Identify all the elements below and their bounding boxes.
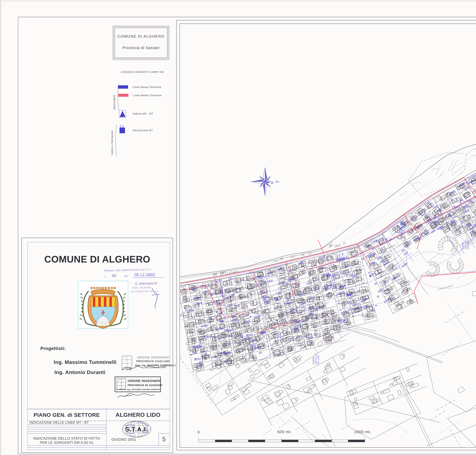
svg-text:CUGUTTU: CUGUTTU <box>464 239 467 249</box>
svg-text:PIANO GEN. di SETTORE: PIANO GEN. di SETTORE <box>33 412 100 418</box>
svg-text:ORDINE INGEGNERI: ORDINE INGEGNERI <box>137 356 170 359</box>
svg-text:Progettisti:: Progettisti: <box>40 346 66 351</box>
svg-text:DSP.CIV.LE: DSP.CIV.LE <box>315 353 317 364</box>
svg-text:RIO: RIO <box>277 335 279 339</box>
svg-text:5: 5 <box>162 436 166 443</box>
svg-text:45: 45 <box>112 273 117 278</box>
svg-text:TERRU: TERRU <box>401 226 403 233</box>
svg-text:COMUNE DI ALGHERO: COMUNE DI ALGHERO <box>44 254 150 265</box>
svg-text:n.: n. <box>104 275 107 278</box>
svg-text:CABINA: CABINA <box>462 242 464 249</box>
svg-text:CABINA: CABINA <box>274 331 276 339</box>
svg-text:N. 682 Dr. Ing. ANTONIO GAVI: N. 682 Dr. Ing. ANTONIO GAVINO DURANTI <box>116 388 161 390</box>
svg-text:CABINA: CABINA <box>336 255 339 262</box>
svg-text:REL.2103: REL.2103 <box>317 355 319 364</box>
svg-text:INDICAZIONE DELLO STATO DI FAT: INDICAZIONE DELLO STATO DI FATTO <box>33 437 100 440</box>
svg-text:N: N <box>270 182 274 184</box>
svg-text:Dott. Ing. MASSIMO TUMMINELLI: Dott. Ing. MASSIMO TUMMINELLI <box>135 364 176 367</box>
svg-text:Derivazione BT: Derivazione BT <box>133 129 153 132</box>
svg-text:PROVINCIA DI SASSARI: PROVINCIA DI SASSARI <box>128 384 162 387</box>
svg-text:Elettrodotti: Elettrodotti <box>113 95 116 109</box>
svg-text:PORTA: PORTA <box>399 226 401 233</box>
svg-text:0: 0 <box>197 430 200 435</box>
svg-text:HOTEL: HOTEL <box>279 332 282 339</box>
svg-text:REL.200: REL.200 <box>467 241 469 249</box>
svg-text:del: del <box>124 275 128 277</box>
svg-text:IL DIRIGENTE: IL DIRIGENTE <box>135 282 158 285</box>
svg-text:18.12.2002: 18.12.2002 <box>134 272 155 277</box>
svg-text:Linee Bassa Tensione: Linee Bassa Tensione <box>133 86 161 89</box>
svg-text:Linee Media Tensione: Linee Media Tensione <box>133 94 162 97</box>
svg-text:ALGHERO LIDO: ALGHERO LIDO <box>116 412 160 418</box>
svg-text:GIUGNO 2001: GIUGNO 2001 <box>111 438 136 441</box>
svg-text:S.T.A.I.: S.T.A.I. <box>125 426 148 433</box>
svg-text:PER LE SORGENTI EM A 50 Hz: PER LE SORGENTI EM A 50 Hz <box>40 441 94 445</box>
svg-text:Cabina MT - BT: Cabina MT - BT <box>133 112 153 115</box>
svg-text:V.BALLART: V.BALLART <box>221 286 224 297</box>
svg-text:Ing. Antonio Duranti: Ing. Antonio Duranti <box>54 369 106 375</box>
svg-text:CABINA: CABINA <box>396 225 399 233</box>
svg-text:1000 mt.: 1000 mt. <box>354 430 371 434</box>
svg-text:Cabine e Derivazioni: Cabine e Derivazioni <box>111 130 114 155</box>
svg-text:REL.2138: REL.2138 <box>341 253 343 262</box>
svg-text:500 mt.: 500 mt. <box>277 430 292 434</box>
svg-text:REL.2160: REL.2160 <box>282 329 284 339</box>
svg-text:REL.2075: REL.2075 <box>403 224 406 233</box>
svg-text:ORDINE INGEGNERI: ORDINE INGEGNERI <box>128 379 161 383</box>
svg-text:LEGENDA SORGENTI CAMPI EM: LEGENDA SORGENTI CAMPI EM <box>121 71 164 73</box>
svg-text:Dott. Architett.: Dott. Architett. <box>132 286 152 289</box>
svg-text:REL.220: REL.220 <box>224 289 226 297</box>
svg-text:PROVINCIA CAGLIARI: PROVINCIA CAGLIARI <box>136 360 170 363</box>
svg-text:CABINA: CABINA <box>219 289 221 297</box>
svg-text:Provincia di Sassari: Provincia di Sassari <box>122 46 159 50</box>
svg-text:INDICAZIONE DELLE LINEE MT - B: INDICAZIONE DELLE LINEE MT - BT <box>30 421 89 424</box>
svg-text:EGEDIPA: EGEDIPA <box>338 253 341 262</box>
svg-text:CABINA: CABINA <box>312 357 315 364</box>
svg-text:COMUNE DI ALGHERO: COMUNE DI ALGHERO <box>117 34 165 39</box>
svg-text:Ing. Massimo Tumminelli: Ing. Massimo Tumminelli <box>54 359 117 365</box>
svg-text:ELISABETTA SELLA: ELISABETTA SELLA <box>131 290 158 293</box>
